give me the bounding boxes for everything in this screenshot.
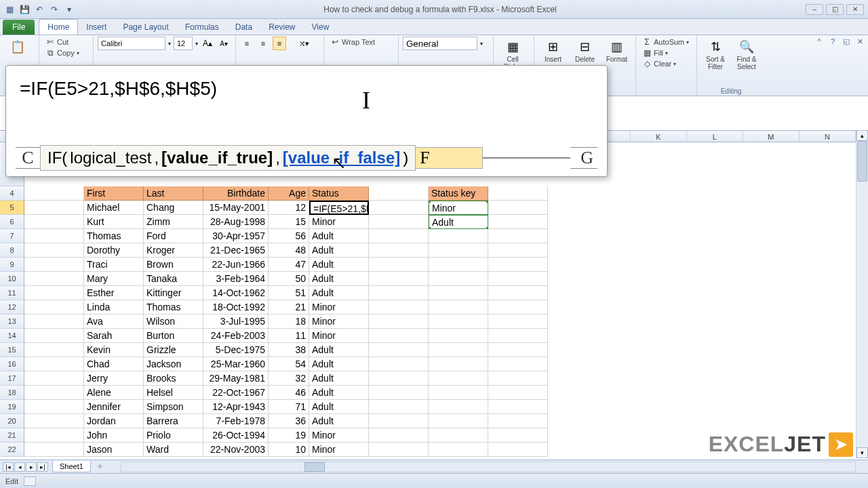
cell-last[interactable]: Thomas [144, 300, 203, 314]
cell-first[interactable]: Mary [84, 272, 144, 286]
cell-last[interactable]: Burton [144, 329, 203, 343]
new-sheet-icon[interactable]: ✧ [94, 462, 107, 472]
autosum-button[interactable]: ΣAutoSum▾ [640, 37, 692, 47]
align-right-icon[interactable]: ≡ [273, 37, 286, 50]
cell-age[interactable]: 32 [269, 371, 309, 386]
cell-age[interactable]: 18 [269, 314, 309, 329]
scroll-thumb[interactable] [857, 141, 867, 182]
cell-first[interactable]: Jason [84, 443, 144, 457]
cell-last[interactable]: Wilson [144, 314, 203, 329]
restore-button[interactable]: ◱ [826, 4, 844, 15]
cell-status[interactable]: Adult [309, 414, 369, 428]
row-header[interactable]: 14 [0, 329, 24, 343]
cell-age[interactable]: 47 [269, 258, 309, 272]
cell-last[interactable]: Simpson [144, 400, 203, 414]
horizontal-scrollbar[interactable] [121, 462, 856, 472]
copy-button[interactable]: ⧉Copy▾ [43, 47, 89, 58]
cell-first[interactable]: Jerry [84, 371, 144, 386]
cell-age[interactable]: 50 [269, 272, 309, 286]
clear-button[interactable]: ◇Clear▾ [640, 58, 692, 69]
wrap-text-button[interactable]: ↩Wrap Text [328, 37, 394, 47]
cell-status[interactable]: Adult [309, 286, 369, 300]
cell-status[interactable]: Minor [309, 300, 369, 314]
font-size-input[interactable] [174, 37, 193, 50]
last-sheet-icon[interactable]: ▸| [37, 462, 48, 472]
cell-birthdate[interactable]: 18-Oct-1992 [203, 300, 269, 314]
cell-birthdate[interactable]: 22-Jun-1966 [203, 258, 269, 272]
minimize-ribbon-icon[interactable]: ^ [814, 37, 825, 46]
cell-age[interactable]: 54 [269, 357, 309, 371]
cell-first[interactable]: Thomas [84, 229, 144, 243]
cell-status[interactable]: Adult [309, 243, 369, 258]
cell-status[interactable]: Minor [309, 428, 369, 443]
header-first[interactable]: First [84, 186, 144, 201]
save-icon[interactable]: 💾 [19, 4, 30, 15]
delete-cells-button[interactable]: ⊟Delete [570, 37, 599, 64]
window-restore-icon[interactable]: ◱ [841, 37, 852, 46]
cell-birthdate[interactable]: 3-Feb-1964 [203, 272, 269, 286]
cell-age[interactable]: 12 [269, 201, 309, 215]
cell-last[interactable]: Kittinger [144, 286, 203, 300]
column-g-header[interactable]: G [570, 147, 597, 169]
macro-record-icon[interactable] [24, 476, 36, 486]
row-header[interactable]: 20 [0, 414, 24, 428]
cell-birthdate[interactable]: 7-Feb-1978 [203, 414, 269, 428]
col-l[interactable]: L [687, 131, 743, 142]
cell-last[interactable]: Chang [144, 201, 203, 215]
status-key-adult[interactable]: Adult [429, 215, 488, 229]
cell-last[interactable]: Zimm [144, 215, 203, 229]
tab-insert[interactable]: Insert [78, 20, 115, 35]
row-header[interactable]: 16 [0, 357, 24, 371]
row-header[interactable]: 21 [0, 428, 24, 443]
cell-status[interactable]: Minor [309, 215, 369, 229]
cell-birthdate[interactable]: 26-Oct-1994 [203, 428, 269, 443]
tab-review[interactable]: Review [260, 20, 303, 35]
cell-age[interactable]: 71 [269, 400, 309, 414]
row-header[interactable]: 12 [0, 300, 24, 314]
tab-data[interactable]: Data [227, 20, 260, 35]
cell-first[interactable]: Sarah [84, 329, 144, 343]
align-left-icon[interactable]: ≡ [240, 37, 254, 50]
cell-last[interactable]: Helsel [144, 386, 203, 400]
sheet-tab[interactable]: Sheet1 [52, 461, 91, 472]
cell-birthdate[interactable]: 24-Feb-2003 [203, 329, 269, 343]
cell-last[interactable]: Grizzle [144, 343, 203, 357]
row-header[interactable]: 8 [0, 243, 24, 258]
cell-birthdate[interactable]: 22-Nov-2003 [203, 443, 269, 457]
header-last[interactable]: Last [144, 186, 203, 201]
cell-last[interactable]: Tanaka [144, 272, 203, 286]
find-select-button[interactable]: 🔍Find & Select [732, 37, 761, 72]
cell-birthdate[interactable]: 30-Apr-1957 [203, 229, 269, 243]
cell-last[interactable]: Kroger [144, 243, 203, 258]
cell-first[interactable]: Traci [84, 258, 144, 272]
cell-last[interactable]: Brooks [144, 371, 203, 386]
cell-first[interactable]: Chad [84, 357, 144, 371]
column-c-header[interactable]: C [16, 147, 40, 169]
redo-icon[interactable]: ↷ [49, 4, 60, 15]
cell-first[interactable]: Kurt [84, 215, 144, 229]
row-header[interactable]: 4 [0, 186, 24, 201]
cell-first[interactable]: John [84, 428, 144, 443]
cell-first[interactable]: Alene [84, 386, 144, 400]
header-status-key[interactable]: Status key [429, 186, 488, 201]
cell-birthdate[interactable]: 22-Oct-1967 [203, 386, 269, 400]
scroll-down-icon[interactable]: ▾ [856, 447, 868, 458]
cell-status[interactable]: Adult [309, 357, 369, 371]
sort-filter-button[interactable]: ⇅Sort & Filter [701, 37, 730, 72]
tab-page-layout[interactable]: Page Layout [115, 20, 176, 35]
tab-formulas[interactable]: Formulas [177, 20, 227, 35]
cell-age[interactable]: 56 [269, 229, 309, 243]
row-header[interactable]: 9 [0, 258, 24, 272]
cell-last[interactable]: Ward [144, 443, 203, 457]
cell-age[interactable]: 15 [269, 215, 309, 229]
row-header[interactable]: 6 [0, 215, 24, 229]
col-k[interactable]: K [631, 131, 687, 142]
row-header[interactable]: 10 [0, 272, 24, 286]
scroll-up-icon[interactable]: ▴ [856, 130, 868, 141]
cell-status[interactable]: Adult [309, 258, 369, 272]
row-header[interactable]: 17 [0, 371, 24, 386]
cell-birthdate[interactable]: 29-May-1981 [203, 371, 269, 386]
tab-home[interactable]: Home [39, 19, 78, 35]
cell-birthdate[interactable]: 5-Dec-1975 [203, 343, 269, 357]
cell-status[interactable]: Adult [309, 229, 369, 243]
